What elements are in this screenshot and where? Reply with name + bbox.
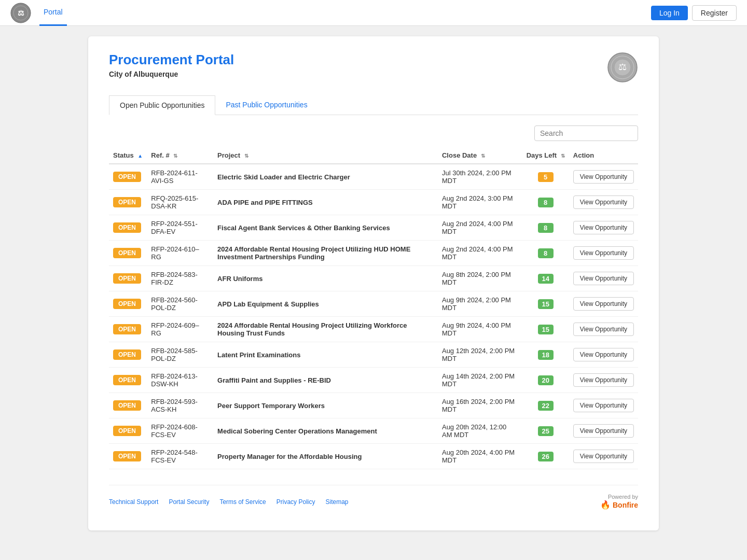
sort-icon: ⇅ <box>173 153 177 159</box>
status-badge: OPEN <box>113 349 141 360</box>
city-seal: ⚖ <box>607 52 638 83</box>
days-left-badge: 20 <box>538 375 554 385</box>
cell-ref: RFP-2024-610–RG <box>147 241 213 266</box>
table-row: OPENRFB-2024-613-DSW-KHGraffiti Paint an… <box>109 368 638 393</box>
cell-action: View Opportunity <box>569 393 638 418</box>
col-days-left[interactable]: Days Left ⇅ <box>522 147 569 164</box>
cell-days-left: 20 <box>522 368 569 393</box>
status-badge: OPEN <box>113 299 141 309</box>
cell-status: OPEN <box>109 393 147 418</box>
cell-project: Electric Skid Loader and Electric Charge… <box>213 164 438 190</box>
cell-status: OPEN <box>109 342 147 368</box>
cell-days-left: 8 <box>522 190 569 215</box>
cell-status: OPEN <box>109 291 147 317</box>
col-close-date[interactable]: Close Date ⇅ <box>438 147 522 164</box>
cell-days-left: 25 <box>522 418 569 444</box>
portal-subtitle: City of Albuquerque <box>109 70 234 78</box>
cell-project: Medical Sobering Center Operations Manag… <box>213 418 438 444</box>
days-left-badge: 26 <box>538 452 554 461</box>
col-status[interactable]: Status ▲ <box>109 147 147 164</box>
nav-actions: Log In Register <box>651 5 737 21</box>
footer-link[interactable]: Portal Security <box>169 498 209 506</box>
table-row: OPENRFP-2024-609–RG2024 Affordable Renta… <box>109 317 638 342</box>
cell-ref: RFP-2024-609–RG <box>147 317 213 342</box>
cell-status: OPEN <box>109 215 147 241</box>
cell-days-left: 18 <box>522 342 569 368</box>
view-opportunity-button[interactable]: View Opportunity <box>573 424 634 438</box>
status-badge: OPEN <box>113 324 141 334</box>
cell-status: OPEN <box>109 190 147 215</box>
cell-ref: RFB-2024-585-POL-DZ <box>147 342 213 368</box>
register-button[interactable]: Register <box>692 5 737 21</box>
login-button[interactable]: Log In <box>651 6 688 20</box>
days-left-badge: 8 <box>538 198 554 207</box>
view-opportunity-button[interactable]: View Opportunity <box>573 450 634 463</box>
cell-close-date: Aug 12th 2024, 2:00 PM MDT <box>438 342 522 368</box>
table-row: OPENRFB-2024-583-FIR-DZAFR UniformsAug 8… <box>109 266 638 291</box>
view-opportunity-button[interactable]: View Opportunity <box>573 272 634 285</box>
view-opportunity-button[interactable]: View Opportunity <box>573 297 634 311</box>
view-opportunity-button[interactable]: View Opportunity <box>573 348 634 361</box>
table-header: Status ▲ Ref. # ⇅ Project ⇅ Close Date ⇅… <box>109 147 638 164</box>
col-ref[interactable]: Ref. # ⇅ <box>147 147 213 164</box>
status-badge: OPEN <box>113 426 141 436</box>
tab-open-opportunities[interactable]: Open Public Opportunities <box>109 95 215 115</box>
cell-days-left: 8 <box>522 215 569 241</box>
view-opportunity-button[interactable]: View Opportunity <box>573 195 634 209</box>
status-badge: OPEN <box>113 222 141 233</box>
days-left-badge: 18 <box>538 350 554 360</box>
portal-nav-link[interactable]: Portal <box>39 0 67 26</box>
footer-link[interactable]: Sitemap <box>325 498 348 506</box>
cell-project: Graffiti Paint and Supplies - RE-BID <box>213 368 438 393</box>
footer-link[interactable]: Terms of Service <box>219 498 266 506</box>
project-name: 2024 Affordable Rental Housing Project U… <box>217 245 410 261</box>
project-name: ADA PIPE and PIPE FITTINGS <box>217 199 313 206</box>
col-action: Action <box>569 147 638 164</box>
col-project[interactable]: Project ⇅ <box>213 147 438 164</box>
view-opportunity-button[interactable]: View Opportunity <box>573 323 634 336</box>
cell-action: View Opportunity <box>569 266 638 291</box>
cell-status: OPEN <box>109 164 147 190</box>
cell-close-date: Aug 2nd 2024, 3:00 PM MDT <box>438 190 522 215</box>
days-left-badge: 15 <box>538 299 554 309</box>
cell-status: OPEN <box>109 368 147 393</box>
svg-text:⚖: ⚖ <box>18 9 24 17</box>
footer-link[interactable]: Privacy Policy <box>276 498 315 506</box>
view-opportunity-button[interactable]: View Opportunity <box>573 399 634 412</box>
cell-ref: RFQ-2025-615-DSA-KR <box>147 190 213 215</box>
cell-action: View Opportunity <box>569 418 638 444</box>
portal-title-block: Procurement Portal City of Albuquerque <box>109 52 234 78</box>
cell-close-date: Aug 8th 2024, 2:00 PM MDT <box>438 266 522 291</box>
view-opportunity-button[interactable]: View Opportunity <box>573 170 634 184</box>
view-opportunity-button[interactable]: View Opportunity <box>573 246 634 260</box>
cell-action: View Opportunity <box>569 368 638 393</box>
footer-links: Technical SupportPortal SecurityTerms of… <box>109 498 349 506</box>
portal-footer: Technical SupportPortal SecurityTerms of… <box>109 485 638 510</box>
cell-action: View Opportunity <box>569 241 638 266</box>
status-badge: OPEN <box>113 375 141 385</box>
cell-project: AFR Uniforms <box>213 266 438 291</box>
bonfire-brand: 🔥 Bonfire <box>600 500 638 510</box>
footer-link[interactable]: Technical Support <box>109 498 158 506</box>
days-left-badge: 22 <box>538 401 554 411</box>
cell-close-date: Aug 9th 2024, 4:00 PM MDT <box>438 317 522 342</box>
tab-past-opportunities[interactable]: Past Public Opportunities <box>215 95 317 115</box>
cell-ref: RFP-2024-551-DFA-EV <box>147 215 213 241</box>
cell-close-date: Aug 2nd 2024, 4:00 PM MDT <box>438 241 522 266</box>
cell-ref: RFB-2024-611-AVI-GS <box>147 164 213 190</box>
view-opportunity-button[interactable]: View Opportunity <box>573 373 634 387</box>
cell-action: View Opportunity <box>569 317 638 342</box>
project-name: Medical Sobering Center Operations Manag… <box>217 427 377 435</box>
view-opportunity-button[interactable]: View Opportunity <box>573 221 634 234</box>
cell-ref: RFB-2024-583-FIR-DZ <box>147 266 213 291</box>
tab-bar: Open Public Opportunities Past Public Op… <box>109 95 638 115</box>
search-input[interactable] <box>534 125 638 141</box>
cell-status: OPEN <box>109 241 147 266</box>
cell-ref: RFP-2024-548-FCS-EV <box>147 444 213 469</box>
main-content: Procurement Portal City of Albuquerque ⚖… <box>88 36 659 530</box>
sort-icon: ⇅ <box>561 153 565 159</box>
project-name: Latent Print Examinations <box>217 351 300 359</box>
cell-action: View Opportunity <box>569 342 638 368</box>
cell-ref: RFP-2024-608-FCS-EV <box>147 418 213 444</box>
cell-project: ADA PIPE and PIPE FITTINGS <box>213 190 438 215</box>
